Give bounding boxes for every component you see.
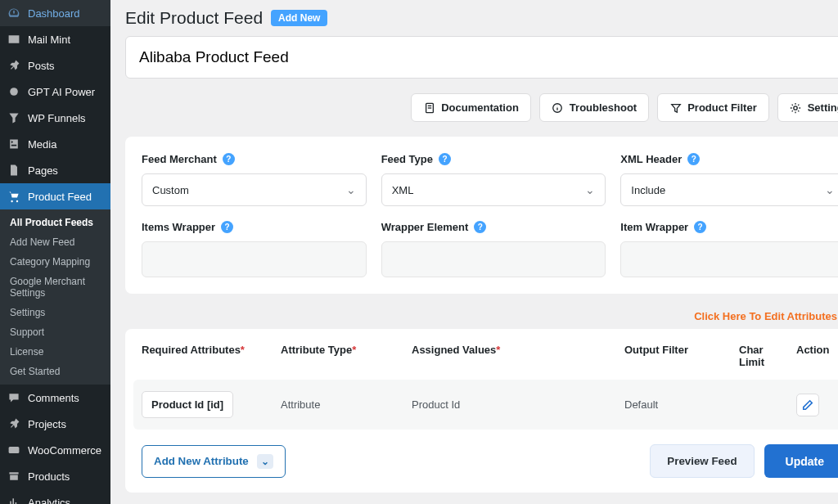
admin-sidebar: Dashboard Mail Mint Posts GPT AI Power W…: [0, 0, 110, 504]
submenu-google-merchant[interactable]: Google Merchant Settings: [0, 272, 110, 303]
field-wrapper-element: Wrapper Element?: [381, 221, 606, 277]
wrapper-element-input[interactable]: [381, 241, 606, 277]
sidebar-label: Comments: [28, 392, 79, 404]
envelope-icon: [7, 32, 21, 47]
field-label-text: Feed Type: [381, 153, 433, 165]
field-item-wrapper: Item Wrapper?: [620, 221, 838, 277]
item-wrapper-input[interactable]: [620, 241, 838, 277]
sidebar-label: Products: [28, 470, 70, 483]
submenu-support[interactable]: Support: [0, 322, 110, 342]
field-items-wrapper: Items Wrapper?: [142, 221, 367, 277]
cart-icon: [7, 189, 21, 204]
help-icon[interactable]: ?: [439, 153, 451, 165]
sidebar-label: WP Funnels: [28, 112, 86, 124]
feed-type-select[interactable]: XML⌄: [381, 173, 606, 206]
sidebar-item-pages[interactable]: Pages: [0, 157, 110, 183]
sidebar-label: Dashboard: [28, 7, 80, 20]
sidebar-item-products[interactable]: Products: [0, 463, 110, 489]
sidebar-item-woocommerce[interactable]: WooCommerce: [0, 437, 110, 463]
help-icon[interactable]: ?: [687, 153, 700, 165]
sidebar-submenu: All Product Feeds Add New Feed Category …: [0, 209, 110, 385]
th-assigned: Assigned Values*: [412, 344, 616, 368]
hint-text: Click Here To Edit Attributes: [694, 310, 837, 322]
chevron-down-icon: ⌄: [825, 183, 835, 196]
sidebar-label: Pages: [28, 164, 58, 177]
preview-feed-button[interactable]: Preview Feed: [650, 444, 754, 478]
sidebar-label: WooCommerce: [28, 444, 101, 457]
table-footer: Add New Attribute ⌄ Preview Feed Update: [142, 444, 838, 478]
th-required: Required Attributes*: [142, 344, 273, 368]
add-new-attribute-button[interactable]: Add New Attribute ⌄: [142, 445, 286, 478]
select-value: Include: [631, 184, 665, 196]
cell-attrtype: Attribute: [281, 398, 403, 411]
pin-icon: [7, 58, 21, 73]
submenu-category-mapping[interactable]: Category Mapping: [0, 252, 110, 272]
field-label-text: Items Wrapper: [142, 221, 215, 233]
sidebar-item-analytics[interactable]: Analytics: [0, 489, 110, 504]
th-output: Output Filter: [624, 344, 731, 368]
table-header: Required Attributes* Attribute Type* Ass…: [142, 344, 838, 380]
sidebar-item-productfeed[interactable]: Product Feed: [0, 183, 110, 209]
add-new-badge[interactable]: Add New: [271, 10, 327, 26]
sidebar-item-gptai[interactable]: GPT AI Power: [0, 79, 110, 105]
field-feed-merchant: Feed Merchant? Custom⌄: [142, 153, 367, 206]
woocommerce-icon: [7, 443, 21, 457]
svg-point-0: [10, 88, 18, 96]
submenu-get-started[interactable]: Get Started: [0, 362, 110, 381]
th-charlimit: Char Limit: [739, 344, 788, 368]
page-icon: [7, 163, 21, 178]
sidebar-label: Product Feed: [28, 191, 92, 203]
sidebar-item-projects[interactable]: Projects: [0, 411, 110, 437]
attributes-table-card: Required Attributes* Attribute Type* Ass…: [125, 329, 838, 493]
submenu-add-new-feed[interactable]: Add New Feed: [0, 232, 110, 252]
chevron-down-icon: ⌄: [346, 183, 356, 196]
page-header: Edit Product Feed Add New: [125, 8, 838, 28]
required-attribute-chip[interactable]: Product Id [id]: [142, 391, 233, 418]
feed-config-card: Feed Merchant? Custom⌄ Feed Type? XML⌄ X…: [125, 137, 838, 294]
field-label-text: XML Header: [620, 153, 682, 165]
select-value: Custom: [152, 184, 189, 196]
update-button[interactable]: Update: [764, 444, 838, 478]
chevron-down-icon: ⌄: [257, 454, 273, 469]
sidebar-item-dashboard[interactable]: Dashboard: [0, 0, 110, 26]
field-feed-type: Feed Type? XML⌄: [381, 153, 606, 206]
xml-header-select[interactable]: Include⌄: [620, 173, 838, 206]
table-row: Product Id [id] Attribute Product Id Def…: [133, 380, 838, 430]
media-icon: [7, 137, 21, 151]
button-label: Documentation: [441, 101, 519, 114]
sidebar-label: Posts: [28, 60, 55, 72]
help-icon[interactable]: ?: [474, 221, 486, 233]
feed-merchant-select[interactable]: Custom⌄: [142, 173, 367, 206]
submenu-all-feeds[interactable]: All Product Feeds: [0, 213, 110, 232]
select-value: XML: [392, 184, 414, 196]
help-icon[interactable]: ?: [223, 153, 235, 165]
edit-attributes-hint: Click Here To Edit Attributes: [125, 310, 838, 329]
field-label-text: Feed Merchant: [142, 153, 217, 165]
gauge-icon: [7, 6, 21, 20]
submenu-license[interactable]: License: [0, 342, 110, 362]
info-icon: [552, 101, 564, 114]
edit-row-button[interactable]: [796, 394, 819, 416]
product-filter-button[interactable]: Product Filter: [657, 93, 769, 122]
sidebar-item-comments[interactable]: Comments: [0, 385, 110, 411]
items-wrapper-input[interactable]: [142, 241, 367, 277]
field-label-text: Wrapper Element: [381, 221, 469, 233]
settings-button[interactable]: Settings: [777, 93, 838, 122]
sidebar-label: Media: [28, 138, 56, 151]
filter-icon: [669, 101, 682, 114]
feed-title-input[interactable]: [125, 36, 838, 79]
help-icon[interactable]: ?: [221, 221, 233, 233]
pin-icon: [7, 416, 21, 431]
sidebar-item-media[interactable]: Media: [0, 131, 110, 157]
documentation-button[interactable]: Documentation: [411, 93, 531, 122]
sidebar-item-mailmint[interactable]: Mail Mint: [0, 26, 110, 52]
funnel-icon: [7, 110, 21, 125]
chevron-down-icon: ⌄: [585, 183, 595, 196]
cell-assigned: Product Id: [412, 398, 616, 411]
submenu-settings[interactable]: Settings: [0, 303, 110, 322]
sidebar-item-wpfunnels[interactable]: WP Funnels: [0, 105, 110, 131]
sidebar-label: Analytics: [28, 497, 70, 505]
help-icon[interactable]: ?: [694, 221, 706, 233]
troubleshoot-button[interactable]: Troubleshoot: [539, 93, 649, 122]
sidebar-item-posts[interactable]: Posts: [0, 52, 110, 79]
